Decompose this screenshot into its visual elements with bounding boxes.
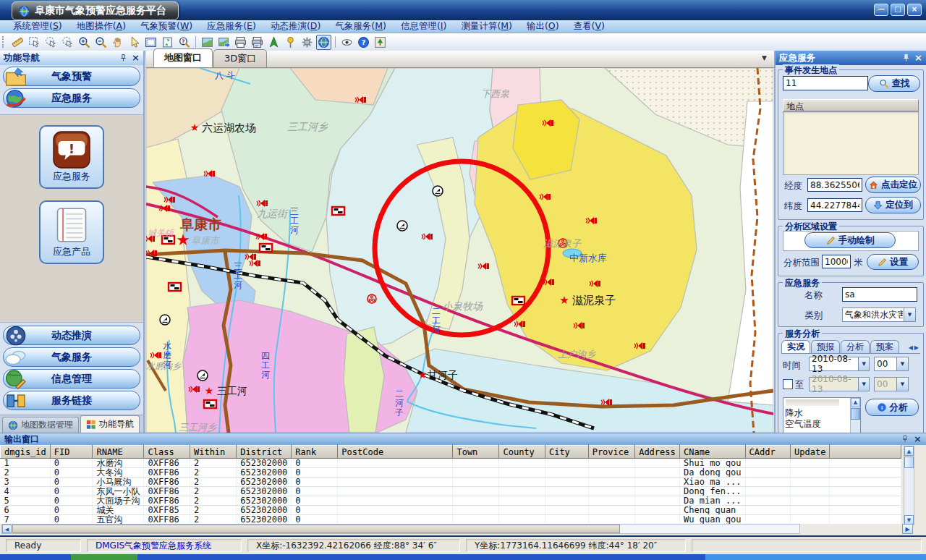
column-header[interactable]: Town <box>453 446 499 459</box>
export-map-tool-icon[interactable] <box>216 35 232 50</box>
table-row[interactable]: 40东风一小队0XFF8626523020000Dong fen... <box>1 487 901 496</box>
select-circle-tool-icon[interactable] <box>60 35 75 50</box>
identify-tool-icon[interactable] <box>177 35 192 50</box>
menu-item[interactable]: 测量计算(M) <box>454 20 519 33</box>
list-item[interactable]: 空气温度 <box>783 418 860 429</box>
analysis-tab[interactable]: 预案 <box>870 340 899 353</box>
title-bar[interactable]: 阜康市气象预警应急服务平台 — □ × <box>0 0 926 20</box>
tab-map-window[interactable]: 地图窗口 <box>153 48 213 67</box>
panel-tab-globe-small[interactable]: 地图数据管理 <box>2 417 79 433</box>
column-header[interactable]: CName <box>680 446 745 459</box>
select-rect-tool-icon[interactable] <box>27 35 42 50</box>
pin-icon[interactable] <box>119 54 128 63</box>
dropdown-icon[interactable]: ▼ <box>904 308 915 321</box>
scrollbar-thumb[interactable] <box>904 457 914 468</box>
green-pointer-tool-icon[interactable] <box>266 35 281 50</box>
table-row[interactable]: 50大面场子沟0XFF8626523020000Da mian ... <box>1 496 901 506</box>
scroll-up-icon[interactable]: ▲ <box>851 398 860 407</box>
element-listbox[interactable]: 降水空气温度 ▲ <box>783 397 861 433</box>
listbox-scrollbar[interactable]: ▲ <box>850 398 860 433</box>
help-tool-icon[interactable] <box>356 35 371 50</box>
full-extent-tool-icon[interactable] <box>143 35 158 50</box>
toolbar-grip[interactable] <box>2 36 6 48</box>
analysis-tab[interactable]: 预报 <box>811 340 840 353</box>
service-type-select[interactable]: 气象和洪水灾害 ▼ <box>842 307 916 322</box>
legend-image-tool-icon[interactable] <box>373 35 388 50</box>
close-panel-icon[interactable]: × <box>132 54 140 62</box>
menu-item[interactable]: 气象预警(W) <box>133 20 200 33</box>
range-input[interactable] <box>822 255 851 268</box>
column-header[interactable]: Provice <box>588 446 635 459</box>
zoom-out-tool-icon[interactable] <box>93 35 109 50</box>
settings-tool-icon[interactable] <box>300 35 315 50</box>
analysis-tab[interactable]: 分析 <box>841 340 870 353</box>
shortcut-alert-bubble[interactable]: 应急服务 <box>39 125 104 189</box>
visibility-tool-icon[interactable] <box>339 35 354 50</box>
column-header[interactable]: City <box>545 446 588 459</box>
menu-item[interactable]: 输出(O) <box>519 20 566 33</box>
column-header[interactable]: FID <box>50 446 93 459</box>
date2-select[interactable]: 2010-08-13▼ <box>809 377 870 391</box>
nav-group-film-reel[interactable]: 动态推演 <box>3 326 140 345</box>
column-header[interactable]: RNAME <box>93 446 144 459</box>
map-service-tool-icon[interactable] <box>316 35 331 50</box>
zoom-in-tool-icon[interactable] <box>77 35 92 50</box>
hour-select[interactable]: 00▼ <box>874 357 909 371</box>
os-taskbar[interactable] <box>0 554 926 560</box>
refresh-tool-icon[interactable] <box>160 35 175 50</box>
shortcut-notepad[interactable]: 应急产品 <box>39 200 104 264</box>
dropdown-icon[interactable]: ▼ <box>858 357 869 370</box>
tab-scroll-icons[interactable]: ◀▶ <box>909 344 920 353</box>
menu-item[interactable]: 查看(V) <box>566 20 612 33</box>
column-header[interactable]: District <box>237 446 292 459</box>
scroll-right-icon[interactable]: ▶ <box>902 524 913 534</box>
list-item[interactable]: 降水 <box>783 407 860 418</box>
latitude-input[interactable] <box>807 198 862 212</box>
map-canvas[interactable]: ★★★★★八 斗六运湖农场三工河乡下西泉九运街阜康市城关镇阜康市滋泥泉子中新水库… <box>146 68 773 433</box>
scroll-left-icon[interactable]: ◀ <box>2 525 12 533</box>
pin-icon[interactable] <box>901 435 909 444</box>
measure-tool-icon[interactable] <box>10 35 25 50</box>
vertical-scrollbar[interactable]: ▲ ▼ <box>904 446 914 525</box>
table-row[interactable]: 60城关0XFF8526523020000Cheng guan <box>1 506 901 515</box>
panel-tab-squares[interactable]: 功能导航 <box>80 415 140 433</box>
menu-item[interactable]: 地图操作(A) <box>69 20 133 33</box>
column-header[interactable]: dmgis_id <box>1 446 51 459</box>
close-panel-icon[interactable]: × <box>914 435 922 444</box>
pin-icon[interactable] <box>901 54 911 63</box>
manual-draw-button[interactable]: 手动绘制 <box>804 232 896 248</box>
column-header[interactable]: CAddr <box>745 446 790 459</box>
table-row[interactable]: 70五官沟0XFF8626523020000Wu guan gou <box>1 515 901 525</box>
scrollbar-thumb[interactable] <box>851 408 860 420</box>
nav-group-link-panels[interactable]: 服务链接 <box>3 391 140 410</box>
table-row[interactable]: 30小马厩沟0XFF8626523020000Xiao ma ... <box>1 478 901 487</box>
nav-group-clouds[interactable]: 气象服务 <box>3 347 140 367</box>
nav-group-globe-tools[interactable]: 信息管理 <box>3 369 140 389</box>
menu-item[interactable]: 信息管理(I) <box>394 20 454 33</box>
pointer-tool-icon[interactable] <box>127 35 142 50</box>
set-range-button[interactable]: 设置 <box>867 254 919 270</box>
table-row[interactable]: 10水磨沟0XFF8626523020000Shui mo gou <box>1 459 901 468</box>
column-header[interactable]: Rank <box>292 446 338 459</box>
longitude-input[interactable] <box>807 178 862 192</box>
horizontal-scrollbar[interactable]: ◀ <box>1 524 800 534</box>
menu-item[interactable]: 应急服务(E) <box>200 20 263 33</box>
menu-item[interactable]: 动态推演(D) <box>263 20 328 33</box>
print-tool-icon[interactable] <box>233 35 248 50</box>
scrollbar-thumb[interactable] <box>12 525 620 533</box>
locate-to-button[interactable]: 定位到 <box>865 197 921 213</box>
scroll-up-icon[interactable]: ▲ <box>904 446 914 456</box>
column-header[interactable]: Address <box>635 446 680 459</box>
click-locate-button[interactable]: 点击定位 <box>865 177 921 193</box>
location-search-input[interactable] <box>783 76 868 90</box>
column-header[interactable]: Update <box>791 446 830 459</box>
print-preview-tool-icon[interactable] <box>250 35 265 50</box>
close-button[interactable]: × <box>907 4 922 16</box>
service-name-input[interactable] <box>842 287 917 302</box>
place-list-header[interactable]: 地点 <box>783 99 919 111</box>
menu-item[interactable]: 系统管理(S) <box>6 20 69 33</box>
hour2-select[interactable]: 00▼ <box>874 377 909 391</box>
table-row[interactable]: 20大冬沟0XFF8626523020000Da dong gou <box>1 468 901 478</box>
dropdown-icon[interactable]: ▼ <box>896 357 908 370</box>
place-marker-tool-icon[interactable] <box>283 35 298 50</box>
